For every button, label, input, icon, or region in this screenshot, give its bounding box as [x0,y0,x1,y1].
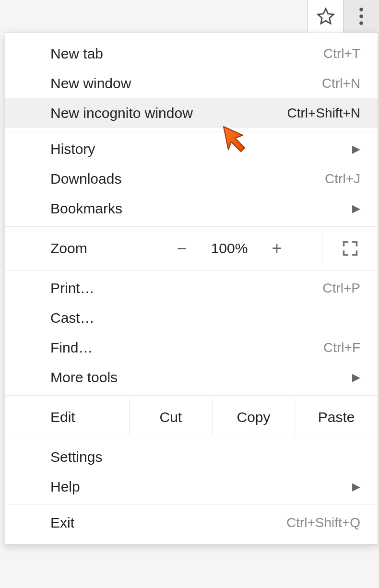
menu-item-edit: Edit Cut Copy Paste [5,399,378,436]
menu-label: Print… [50,280,95,296]
menu-item-print[interactable]: Print… Ctrl+P [5,273,378,303]
copy-button[interactable]: Copy [212,399,295,436]
menu-label: New tab [50,46,103,62]
menu-shortcut: Ctrl+J [325,171,360,187]
menu-item-zoom: Zoom − 100% + [5,230,378,267]
zoom-value: 100% [203,240,256,257]
menu-item-bookmarks[interactable]: Bookmarks ▶ [5,194,378,223]
menu-shortcut: Ctrl+N [322,76,360,91]
submenu-arrow-icon: ▶ [352,371,360,384]
menu-label: New window [50,75,131,92]
submenu-arrow-icon: ▶ [352,481,360,493]
menu-item-exit[interactable]: Exit Ctrl+Shift+Q [5,508,378,538]
menu-label: More tools [50,369,118,386]
svg-point-1 [359,8,363,11]
menu-separator [5,439,378,439]
menu-item-cast[interactable]: Cast… [5,303,378,333]
menu-item-more-tools[interactable]: More tools ▶ [5,363,378,392]
menu-label: Bookmarks [50,200,122,217]
menu-shortcut: Ctrl+P [322,281,360,296]
menu-separator [5,270,378,270]
cut-button[interactable]: Cut [129,399,212,436]
chrome-main-menu: New tab Ctrl+T New window Ctrl+N New inc… [5,33,378,545]
svg-point-3 [359,21,363,24]
vertical-dots-icon [359,7,364,26]
zoom-in-button[interactable]: + [256,238,298,259]
paste-button[interactable]: Paste [295,399,378,436]
menu-separator [5,226,378,227]
menu-label: New incognito window [50,105,193,121]
menu-label: Exit [50,515,74,531]
menu-shortcut: Ctrl+F [323,340,360,355]
menu-item-new-tab[interactable]: New tab Ctrl+T [5,39,378,69]
menu-item-new-window[interactable]: New window Ctrl+N [5,69,378,98]
menu-separator [5,505,378,505]
menu-item-history[interactable]: History ▶ [5,134,378,164]
menu-separator [5,131,378,131]
more-menu-button[interactable] [343,0,379,33]
menu-label: Find… [50,340,93,356]
browser-toolbar [308,0,379,33]
fullscreen-button[interactable] [322,230,378,267]
svg-point-2 [359,14,363,18]
menu-item-settings[interactable]: Settings [5,442,378,472]
menu-item-downloads[interactable]: Downloads Ctrl+J [5,164,378,194]
menu-item-help[interactable]: Help ▶ [5,472,378,502]
zoom-out-button[interactable]: − [161,238,203,259]
zoom-label: Zoom [50,240,161,257]
fullscreen-icon [342,240,359,257]
menu-item-new-incognito-window[interactable]: New incognito window Ctrl+Shift+N [5,98,378,128]
edit-label: Edit [50,399,129,436]
menu-label: Help [50,479,80,495]
menu-shortcut: Ctrl+T [323,46,360,61]
menu-label: Settings [50,449,102,465]
menu-item-find[interactable]: Find… Ctrl+F [5,333,378,363]
menu-label: Cast… [50,310,95,326]
menu-shortcut: Ctrl+Shift+Q [286,515,360,530]
star-icon [316,7,335,26]
svg-marker-0 [318,9,333,24]
menu-label: Downloads [50,171,121,187]
submenu-arrow-icon: ▶ [352,143,360,155]
menu-separator [5,395,378,396]
menu-label: History [50,141,95,157]
submenu-arrow-icon: ▶ [352,202,360,215]
bookmark-star-button[interactable] [308,0,343,33]
menu-shortcut: Ctrl+Shift+N [287,106,361,121]
